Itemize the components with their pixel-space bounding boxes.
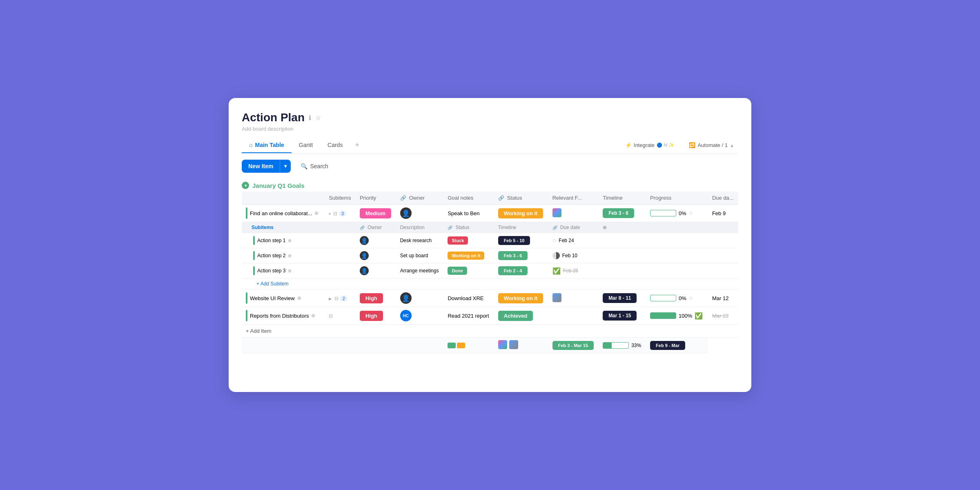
sub-col-add[interactable]: ⊕ xyxy=(599,222,646,233)
status-badge[interactable]: Achieved xyxy=(498,311,533,321)
subitems-label: Subitems xyxy=(252,225,274,230)
subitems-cell[interactable]: ▾ ⊟ 3 xyxy=(325,205,355,222)
subitems-expand-icon[interactable]: ▶ xyxy=(329,296,332,301)
relevant-cell[interactable] xyxy=(548,205,599,222)
star-icon[interactable]: ☆ xyxy=(315,114,321,122)
priority-badge[interactable]: High xyxy=(360,311,383,321)
subitem-owner-cell[interactable]: 👤 xyxy=(356,263,396,278)
subitem-timeline-badge[interactable]: Feb 2 - 4 xyxy=(498,266,528,275)
subitem-owner-cell[interactable]: 👤 xyxy=(356,233,396,248)
subitem-name[interactable]: Action step 2 xyxy=(257,253,285,258)
timeline-cell[interactable]: Mar 1 - 15 xyxy=(599,307,646,325)
row-name[interactable]: Reports from Distributors xyxy=(250,313,309,319)
relevant-cell[interactable] xyxy=(548,290,599,307)
status-badge[interactable]: Working on it xyxy=(498,293,543,303)
subitems-cell[interactable]: ▶ ⊟ 2 xyxy=(325,290,355,307)
board-title-row: Action Plan ℹ ☆ xyxy=(242,111,738,124)
status-cell[interactable]: Achieved xyxy=(494,307,548,325)
subitem-timeline-cell[interactable]: Feb 2 - 4 xyxy=(494,263,548,278)
add-subitem-row[interactable]: + Add Subitem xyxy=(242,278,738,290)
row-name[interactable]: Find an online collaborat... xyxy=(250,210,312,216)
group-expand-icon[interactable] xyxy=(242,182,249,189)
group-header[interactable]: January Q1 Goals xyxy=(242,178,738,192)
subitem-owner-cell[interactable]: 👤 xyxy=(356,248,396,263)
subitem-status-badge[interactable]: Done xyxy=(448,267,467,275)
new-item-button[interactable]: New Item ▾ xyxy=(242,160,291,173)
integrate-button[interactable]: ⚡ Integrate 🔵 M ✨ xyxy=(621,140,679,151)
progress-cell[interactable]: 0% ○ xyxy=(646,205,708,222)
status-cell[interactable]: Working on it xyxy=(494,290,548,307)
tab-cards[interactable]: Cards xyxy=(320,138,350,153)
priority-cell[interactable]: High xyxy=(356,290,396,307)
summary-progress-fill xyxy=(603,343,611,348)
progress-cell[interactable]: 0% ○ xyxy=(646,290,708,307)
subitem-status-badge[interactable]: Working on it xyxy=(448,252,484,260)
subitem-name[interactable]: Action step 1 xyxy=(257,238,285,243)
summary-swatch xyxy=(498,340,507,349)
row-name[interactable]: Website UI Review xyxy=(250,295,295,301)
subitem-timeline-badge[interactable]: Feb 5 - 10 xyxy=(498,236,530,245)
owner-cell[interactable]: 👤 xyxy=(396,290,444,307)
progress-bar-fill xyxy=(650,313,676,318)
half-circle-icon xyxy=(552,252,560,259)
timeline-badge[interactable]: Mar 8 - 11 xyxy=(603,293,637,303)
tab-add[interactable]: + xyxy=(350,137,364,154)
goal-notes-cell[interactable]: Download XRE xyxy=(443,290,494,307)
subitem-add-icon[interactable]: ⊕ xyxy=(288,268,292,274)
due-date-cell[interactable]: Mar 12 xyxy=(708,290,738,307)
priority-cell[interactable]: Medium xyxy=(356,205,396,222)
progress-bar xyxy=(650,210,676,216)
summary-status-swatch xyxy=(443,338,494,353)
status-badge[interactable]: Working on it xyxy=(498,208,543,218)
subitems-count: 3 xyxy=(339,211,346,216)
owner-cell[interactable]: 👤 xyxy=(396,205,444,222)
priority-badge[interactable]: High xyxy=(360,293,383,303)
tabs-row: ⌂ Main Table Gantt Cards + ⚡ Integrate 🔵… xyxy=(242,137,738,154)
goal-notes-cell[interactable]: Speak to Ben xyxy=(443,205,494,222)
add-subitem-label[interactable]: + Add Subitem xyxy=(242,278,738,290)
tab-main-table[interactable]: ⌂ Main Table xyxy=(242,138,292,153)
goal-notes-cell[interactable]: Read 2021 report xyxy=(443,307,494,325)
row-add-icon[interactable]: ⊕ xyxy=(314,210,318,216)
timeline-cell[interactable]: Feb 3 - 6 xyxy=(599,205,646,222)
priority-badge[interactable]: Medium xyxy=(360,208,391,218)
due-date-cell[interactable]: Feb 9 xyxy=(708,205,738,222)
row-add-icon[interactable]: ⊕ xyxy=(297,295,301,301)
progress-cell[interactable]: 100% ✅ xyxy=(646,307,708,325)
subitem-status-cell[interactable]: Working on it xyxy=(443,248,494,263)
tab-gantt[interactable]: Gantt xyxy=(292,138,320,153)
subitem-name[interactable]: Action step 3 xyxy=(257,268,285,274)
app-container: Action Plan ℹ ☆ Add board description ⌂ … xyxy=(229,98,751,392)
add-item-label[interactable]: + Add Item xyxy=(242,325,738,338)
add-item-row[interactable]: + Add Item xyxy=(242,325,738,338)
priority-cell[interactable]: High xyxy=(356,307,396,325)
board-subtitle[interactable]: Add board description xyxy=(242,126,738,132)
due-date-cell[interactable]: Mar 22 xyxy=(708,307,738,325)
subitem-add-icon[interactable]: ⊕ xyxy=(288,253,292,258)
board-title: Action Plan xyxy=(242,111,305,124)
subitem-timeline-cell[interactable]: Feb 5 - 10 xyxy=(494,233,548,248)
timeline-badge[interactable]: Mar 1 - 15 xyxy=(603,311,637,321)
subitem-status-cell[interactable]: Done xyxy=(443,263,494,278)
row-add-icon[interactable]: ⊕ xyxy=(311,313,315,318)
timeline-badge[interactable]: Feb 3 - 6 xyxy=(603,208,634,218)
new-item-dropdown-arrow[interactable]: ▾ xyxy=(280,160,291,172)
automate-button[interactable]: 🔁 Automate / 1 ▲ xyxy=(685,140,738,151)
status-cell[interactable]: Working on it xyxy=(494,205,548,222)
info-icon[interactable]: ℹ xyxy=(309,114,311,122)
subitem-timeline-badge[interactable]: Feb 3 - 6 xyxy=(498,251,528,260)
subitems-cell[interactable]: ⊟ xyxy=(325,307,355,325)
subitem-status-badge[interactable]: Stuck xyxy=(448,236,468,245)
new-item-label[interactable]: New Item xyxy=(242,160,280,173)
owner-cell[interactable]: HC xyxy=(396,307,444,325)
subitem-due-date: Feb 25 xyxy=(563,268,578,274)
subitem-add-icon[interactable]: ⊕ xyxy=(288,238,292,243)
subitem-status-cell[interactable]: Stuck xyxy=(443,233,494,248)
timeline-cell[interactable]: Mar 8 - 11 xyxy=(599,290,646,307)
circle-icon: ○ xyxy=(689,294,693,302)
relevant-cell[interactable] xyxy=(548,307,599,325)
search-button[interactable]: 🔍 Search xyxy=(296,160,333,172)
subitems-count: 2 xyxy=(340,296,347,301)
subitems-expand-icon[interactable]: ▾ xyxy=(329,212,331,216)
subitem-timeline-cell[interactable]: Feb 3 - 6 xyxy=(494,248,548,263)
